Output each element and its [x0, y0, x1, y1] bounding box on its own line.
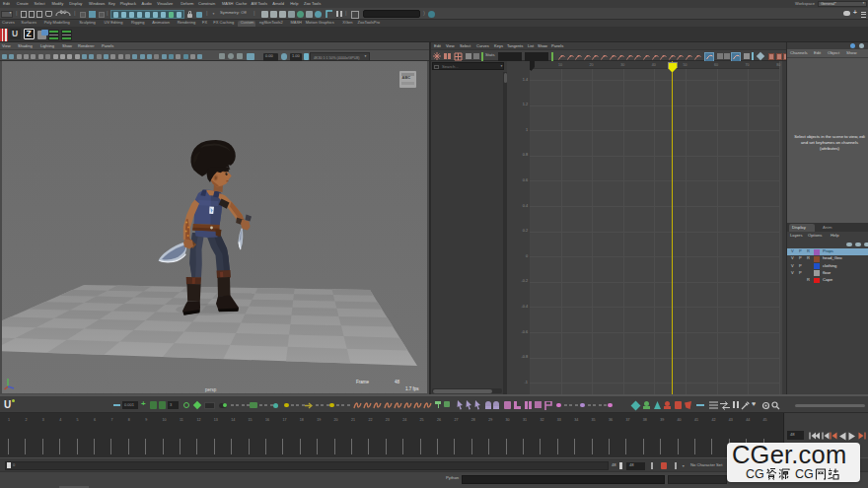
svg-text:CG: CG	[746, 467, 764, 480]
svg-text:CG: CG	[795, 467, 814, 480]
